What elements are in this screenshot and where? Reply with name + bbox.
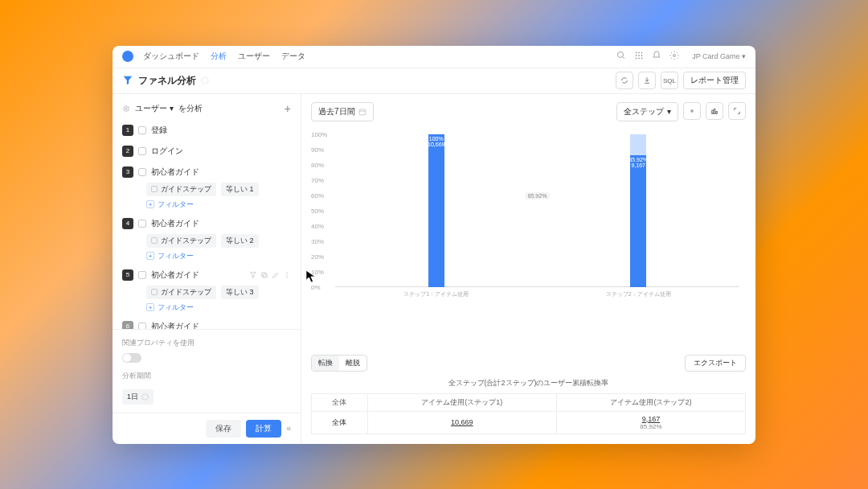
svg-line-1 xyxy=(623,57,625,60)
compute-button[interactable]: 計算 xyxy=(246,420,281,438)
add-filter-button[interactable]: +フィルター xyxy=(146,251,291,261)
grid-icon[interactable] xyxy=(634,51,644,62)
add-filter-button[interactable]: +フィルター xyxy=(146,199,291,210)
app-logo[interactable] xyxy=(122,51,133,62)
step-number: 5 xyxy=(122,269,133,281)
assoc-prop-toggle[interactable] xyxy=(122,353,141,363)
download-button[interactable] xyxy=(638,72,656,89)
step-number: 6 xyxy=(122,321,133,329)
svg-point-7 xyxy=(641,55,642,56)
svg-rect-24 xyxy=(712,110,714,113)
svg-rect-25 xyxy=(714,109,715,113)
report-manage-button[interactable]: レポート管理 xyxy=(683,72,746,89)
copy-icon[interactable] xyxy=(260,271,268,279)
svg-point-8 xyxy=(636,58,637,59)
funnel-chart: 100%10,669ステップ1：アイテム使用85.92%9,167ステップ2：ア… xyxy=(301,129,755,345)
step-condition[interactable]: ガイドステップ等しい 2 xyxy=(146,234,291,248)
toggle-dropout[interactable]: 離脱 xyxy=(339,355,366,371)
svg-point-10 xyxy=(641,58,642,59)
nav-dashboard[interactable]: ダッシュボード xyxy=(143,51,199,62)
step-condition[interactable]: ガイドステップ等しい 1 xyxy=(146,183,291,196)
funnel-step[interactable]: 6初心者ガイド xyxy=(122,319,291,329)
step-number: 4 xyxy=(122,218,133,229)
collapse-sidebar-button[interactable]: « xyxy=(286,424,291,433)
step-condition[interactable]: ガイドステップ等しい 3 xyxy=(146,286,291,299)
filter-icon[interactable] xyxy=(249,271,257,279)
refresh-button[interactable] xyxy=(616,72,633,89)
y-axis-tick: 0% xyxy=(311,283,321,290)
table-header: アイテム使用(ステップ1) xyxy=(367,393,556,411)
assoc-prop-label: 関連プロパティを使用 xyxy=(122,338,291,348)
save-button[interactable]: 保存 xyxy=(206,420,241,438)
y-axis-tick: 50% xyxy=(311,207,324,214)
svg-point-12 xyxy=(202,77,208,84)
nav-analysis[interactable]: 分析 xyxy=(211,51,227,62)
granularity-label: 分析期間 xyxy=(122,371,291,381)
granularity-selector[interactable]: 1日 xyxy=(122,389,154,405)
bar-value-label: 100%10,669 xyxy=(428,136,444,147)
svg-point-14 xyxy=(125,107,128,109)
chart-bar[interactable]: 85.92%9,167ステップ2：アイテム使用 xyxy=(538,134,740,287)
svg-point-3 xyxy=(639,52,640,53)
svg-point-20 xyxy=(142,393,149,400)
y-axis-tick: 40% xyxy=(311,222,324,229)
edit-icon[interactable] xyxy=(272,271,280,279)
svg-point-11 xyxy=(674,55,676,57)
funnel-step[interactable]: 3初心者ガイド xyxy=(122,165,291,179)
conversion-toggle[interactable]: 転換 離脱 xyxy=(311,355,367,372)
y-axis-tick: 100% xyxy=(311,130,327,138)
add-filter-button[interactable]: +フィルター xyxy=(146,302,291,313)
chart-config-button[interactable] xyxy=(683,102,701,120)
event-icon xyxy=(138,147,146,155)
workspace-selector[interactable]: JP Card Game ▾ xyxy=(692,52,746,60)
export-button[interactable]: エクスポート xyxy=(685,355,746,372)
svg-point-18 xyxy=(287,274,288,275)
event-icon xyxy=(138,271,146,279)
target-icon xyxy=(122,105,130,113)
nav-users[interactable]: ユーザー xyxy=(238,51,270,62)
step-filter-selector[interactable]: 全ステップ ▾ xyxy=(616,102,678,121)
svg-point-5 xyxy=(636,55,637,56)
chart-type-button[interactable] xyxy=(706,102,723,120)
y-axis-tick: 30% xyxy=(311,237,324,244)
date-range-selector[interactable]: 過去7日間 xyxy=(311,102,374,121)
page-title: ファネル分析 xyxy=(122,74,209,88)
y-axis-tick: 70% xyxy=(311,176,324,183)
table-header: アイテム使用(ステップ2) xyxy=(556,393,745,411)
step-label: ログイン xyxy=(151,146,291,157)
funnel-step[interactable]: 1登録 xyxy=(122,123,291,138)
conversion-table: 全体 アイテム使用(ステップ1) アイテム使用(ステップ2) 全体 10,669… xyxy=(311,393,746,434)
chart-bar[interactable]: 100%10,669ステップ1：アイテム使用 xyxy=(335,134,538,287)
event-icon xyxy=(138,220,146,228)
nav-data[interactable]: データ xyxy=(281,51,305,62)
svg-rect-16 xyxy=(262,272,266,276)
step1-count-link[interactable]: 10,669 xyxy=(451,418,473,426)
svg-point-4 xyxy=(641,52,642,53)
bell-icon[interactable] xyxy=(652,51,661,62)
more-icon[interactable] xyxy=(283,271,291,279)
step2-count-link[interactable]: 9,167 xyxy=(642,415,661,423)
add-step-button[interactable]: + xyxy=(285,102,291,115)
analyze-label: を分析 xyxy=(178,103,203,114)
funnel-step[interactable]: 5初心者ガイド xyxy=(122,268,291,282)
sql-button[interactable]: SQL xyxy=(661,72,678,89)
subject-selector[interactable]: ユーザー ▾ xyxy=(135,103,174,114)
funnel-step[interactable]: 2ログイン xyxy=(122,144,291,158)
toggle-conversion[interactable]: 転換 xyxy=(312,355,339,371)
info-icon[interactable] xyxy=(201,76,209,84)
svg-point-19 xyxy=(287,277,288,277)
bridge-conversion-label: 85.92% xyxy=(525,192,551,199)
svg-point-17 xyxy=(287,272,288,273)
funnel-icon xyxy=(122,75,133,86)
calendar-icon xyxy=(358,108,366,116)
y-axis-tick: 90% xyxy=(311,146,324,153)
svg-point-13 xyxy=(124,105,129,111)
svg-point-9 xyxy=(639,58,640,59)
step-label: 登録 xyxy=(151,125,291,136)
step-label: 初心者ガイド xyxy=(151,321,291,329)
funnel-step[interactable]: 4初心者ガイド xyxy=(122,216,291,231)
search-icon[interactable] xyxy=(616,51,626,62)
event-icon xyxy=(138,168,146,176)
expand-button[interactable] xyxy=(728,102,746,120)
settings-icon[interactable] xyxy=(669,51,679,62)
